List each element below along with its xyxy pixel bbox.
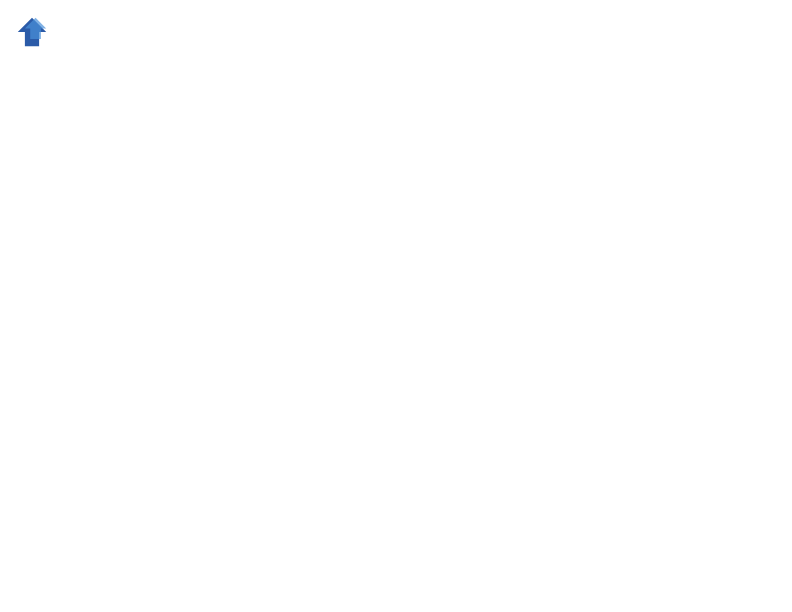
logo — [16, 16, 52, 48]
logo-icon — [16, 16, 48, 48]
page-header — [16, 16, 776, 48]
